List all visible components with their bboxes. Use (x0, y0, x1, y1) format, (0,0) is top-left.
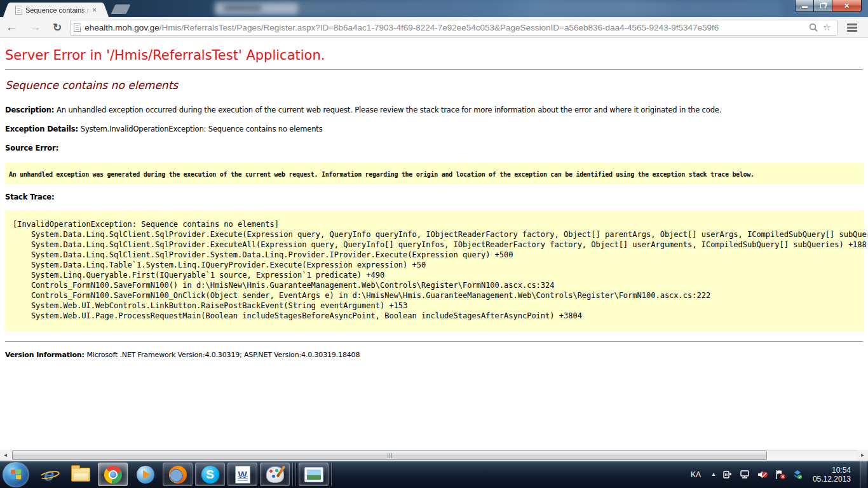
desktop-screen: Sequence contains no elem × ✕ ← → ↻ ehea… (0, 0, 868, 488)
window-controls: ✕ (795, 0, 862, 12)
exception-details-label: Exception Details: (5, 125, 81, 133)
firefox-icon (169, 466, 187, 484)
scrollbar-thumb[interactable] (12, 451, 767, 460)
clock-time: 10:54 (813, 466, 851, 475)
scroll-right-arrow[interactable]: ► (857, 450, 868, 461)
internet-explorer-icon: e (39, 466, 57, 484)
taskbar-item-word[interactable] (227, 463, 257, 486)
volume-muted-icon[interactable] (757, 470, 768, 480)
reload-button[interactable]: ↻ (47, 21, 67, 34)
version-information-text: Microsoft .NET Framework Version:4.0.303… (86, 351, 360, 359)
word-icon (235, 466, 250, 484)
aero-glass-reflection (299, 0, 782, 17)
exception-details-text: System.InvalidOperationException: Sequen… (81, 125, 323, 133)
browser-toolbar: ← → ↻ ehealth.moh.gov.ge/Hmis/ReferralsT… (0, 17, 868, 38)
action-center-flag-icon[interactable] (775, 470, 786, 480)
horizontal-scrollbar[interactable]: ◄ ► (0, 450, 868, 461)
power-plug-icon[interactable] (722, 470, 733, 480)
error-page-title: Server Error in '/Hmis/ReferralsTest' Ap… (5, 48, 868, 63)
minimize-icon (802, 6, 808, 8)
taskbar-separator (295, 463, 296, 486)
blurred-background-window-title (224, 5, 262, 11)
taskbar: e S KA ▲ (0, 461, 868, 488)
start-button[interactable] (3, 462, 29, 487)
divider (5, 69, 863, 70)
show-desktop-button[interactable] (860, 461, 867, 488)
close-button[interactable]: ✕ (832, 0, 862, 12)
error-page-subtitle: Sequence contains no elements (5, 79, 868, 92)
stack-trace-box: [InvalidOperationException: Sequence con… (5, 210, 864, 331)
language-indicator[interactable]: KA (687, 468, 705, 482)
system-tray: KA ▲ 10:54 05.12.2013 (687, 466, 857, 484)
taskbar-item-firefox[interactable] (163, 463, 193, 486)
stack-trace-label: Stack Trace: (5, 193, 54, 201)
url-text: ehealth.moh.gov.ge/Hmis/ReferralsTest/Pa… (85, 23, 806, 32)
taskbar-item-internet-explorer[interactable]: e (33, 463, 63, 486)
tab-close-icon[interactable]: × (91, 6, 98, 14)
photo-viewer-icon (304, 467, 323, 482)
source-error-text: An unhandled exception was generated dur… (9, 171, 754, 178)
windows-logo-icon (11, 469, 22, 480)
taskbar-item-skype[interactable]: S (195, 463, 225, 486)
divider (5, 341, 863, 342)
dropbox-icon[interactable] (792, 470, 803, 480)
description-label: Description: (5, 105, 57, 114)
source-error-label-paragraph: Source Error: (5, 144, 868, 152)
scrollbar-track[interactable] (11, 450, 857, 461)
scroll-left-arrow[interactable]: ◄ (0, 450, 11, 461)
description-paragraph: Description: An unhandled exception occu… (5, 105, 868, 114)
taskbar-separator (331, 463, 332, 486)
clock-date: 05.12.2013 (813, 475, 851, 484)
taskbar-clock[interactable]: 10:54 05.12.2013 (809, 466, 855, 484)
skype-icon: S (201, 466, 219, 484)
taskbar-item-photo-viewer[interactable] (299, 463, 329, 486)
address-bar[interactable]: ehealth.moh.gov.ge/Hmis/ReferralsTest/Pa… (70, 20, 837, 36)
taskbar-item-google-chrome[interactable] (98, 463, 128, 486)
url-domain: ehealth.moh.gov.ge (85, 23, 159, 32)
minimize-button[interactable] (795, 0, 814, 12)
zoom-magnifier-icon[interactable] (806, 23, 820, 32)
menu-icon (847, 24, 857, 25)
taskbar-item-media-player[interactable] (130, 463, 160, 486)
folder-icon (71, 468, 90, 482)
bookmark-star-icon[interactable]: ☆ (820, 22, 834, 33)
taskbar-item-windows-explorer[interactable] (65, 463, 95, 486)
stack-trace-label-paragraph: Stack Trace: (5, 193, 868, 201)
show-hidden-icons-button[interactable]: ▲ (711, 471, 716, 477)
url-path: /Hmis/ReferralsTest/Pages/Register.aspx?… (159, 23, 719, 32)
chrome-menu-button[interactable] (841, 20, 863, 36)
version-information-label: Version Information: (5, 351, 86, 359)
close-icon: ✕ (844, 2, 850, 10)
back-button[interactable]: ← (0, 20, 24, 34)
browser-titlebar: Sequence contains no elem × ✕ (0, 0, 868, 17)
paint-icon (266, 466, 284, 483)
source-error-label: Source Error: (5, 144, 58, 152)
taskbar-item-paint[interactable] (260, 463, 290, 486)
page-icon (74, 23, 81, 32)
browser-tab-active[interactable]: Sequence contains no elem × (10, 3, 102, 17)
media-player-icon (137, 466, 154, 484)
source-error-box: An unhandled exception was generated dur… (5, 163, 864, 184)
network-icon[interactable] (739, 470, 750, 480)
error-page: Server Error in '/Hmis/ReferralsTest' Ap… (0, 39, 868, 450)
taskbar-separator (292, 463, 293, 486)
description-text: An unhandled exception occurred during t… (57, 105, 721, 114)
new-tab-button[interactable] (111, 4, 131, 14)
stack-trace-text: [InvalidOperationException: Sequence con… (13, 219, 864, 321)
exception-details-paragraph: Exception Details: System.InvalidOperati… (5, 125, 868, 133)
restore-icon (820, 3, 826, 8)
version-information-paragraph: Version Information: Microsoft .NET Fram… (5, 351, 868, 359)
page-favicon-icon (15, 6, 22, 15)
tab-title: Sequence contains no elem (25, 6, 91, 14)
maximize-button[interactable] (814, 0, 832, 12)
chrome-icon (104, 466, 122, 484)
forward-button[interactable]: → (24, 20, 47, 34)
